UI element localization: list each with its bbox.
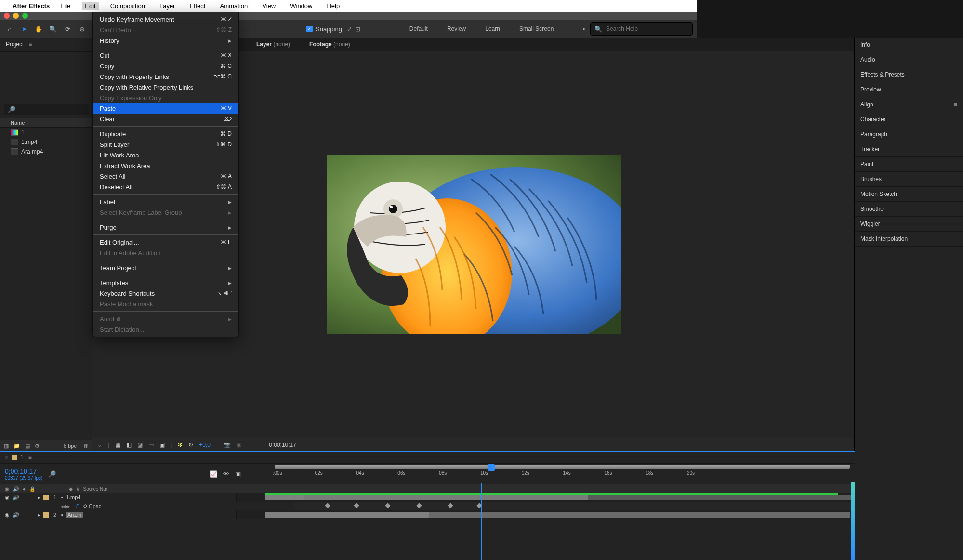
snapping-toggle[interactable]: ✓ Snapping ⤢ ⊡	[306, 26, 360, 33]
search-input[interactable]	[605, 25, 688, 33]
menu-item-label: Lift Work Area	[100, 152, 139, 159]
project-panel: Project≡ 🔎 Name 11.mp4Ara.mp4 ▥ 📁 ▤ ⚙ 8 …	[0, 38, 92, 395]
menu-composition[interactable]: Composition	[107, 2, 148, 10]
panel-menu-icon[interactable]: ≡	[28, 41, 32, 48]
edit-menu-item[interactable]: Cut⌘ X	[93, 50, 238, 61]
edit-menu-item[interactable]: Purge▸	[93, 222, 238, 233]
menu-item-label: Copy with Property Links	[100, 73, 169, 80]
comp-icon	[11, 129, 18, 136]
mac-menu-bar: After Effects FileEditCompositionLayerEf…	[0, 0, 697, 12]
edit-menu-item: Select Keyframe Label Group▸	[93, 207, 238, 218]
search-help[interactable]: 🔍	[590, 22, 693, 36]
edit-menu-item[interactable]: Clear⌦	[93, 114, 238, 124]
menu-item-label: Start Dictation...	[100, 326, 144, 333]
edit-menu-item[interactable]: Split Layer⇧⌘ D	[93, 139, 238, 150]
edit-menu-item[interactable]: Duplicate⌘ D	[93, 129, 238, 139]
edit-menu-item[interactable]: Team Project▸	[93, 262, 238, 273]
workspace-review[interactable]: Review	[447, 26, 466, 32]
menu-item-label: Team Project	[100, 264, 136, 272]
project-search[interactable]: 🔎	[4, 104, 89, 115]
menu-view[interactable]: View	[259, 2, 278, 10]
edit-menu-item[interactable]: Extract Work Area	[93, 160, 238, 171]
project-item[interactable]: Ara.mp4	[0, 147, 92, 156]
menu-help[interactable]: Help	[324, 2, 343, 10]
menu-item-label: Undo Keyframe Movement	[100, 16, 174, 23]
more-tools-icon[interactable]: ⊕	[77, 24, 87, 34]
workspace-default[interactable]: Default	[409, 26, 428, 32]
shortcut-label: ⌘ X	[221, 52, 232, 59]
menu-effect[interactable]: Effect	[186, 2, 208, 10]
project-item[interactable]: 1.mp4	[0, 137, 92, 147]
menu-file[interactable]: File	[57, 2, 73, 10]
orbit-tool-icon[interactable]: ⟳	[63, 24, 72, 34]
selection-tool-icon[interactable]: ➤	[19, 24, 29, 34]
edit-menu-item[interactable]: Edit Original...⌘ E	[93, 237, 238, 247]
menu-window[interactable]: Window	[287, 2, 315, 10]
edit-menu-item[interactable]: Copy⌘ C	[93, 61, 238, 71]
edit-menu-item[interactable]: Undo Keyframe Movement⌘ Z	[93, 14, 238, 25]
submenu-arrow-icon: ▸	[228, 209, 232, 216]
menu-item-label: Clear	[100, 116, 115, 123]
edit-menu-item: Can't Redo⇧⌘ Z	[93, 25, 238, 35]
checkmark-icon: ✓	[306, 26, 313, 32]
svg-point-6	[390, 206, 393, 208]
project-item[interactable]: 1	[0, 128, 92, 137]
edit-menu-item: Paste Mocha mask	[93, 299, 238, 309]
edit-menu-item[interactable]: Keyboard Shortcuts⌥⌘ '	[93, 288, 238, 299]
project-item-name: Ara.mp4	[21, 148, 43, 155]
edit-menu-item[interactable]: Deselect All⇧⌘ A	[93, 182, 238, 192]
edit-menu-item[interactable]: Copy with Relative Property Links	[93, 82, 238, 92]
edit-menu-item: Edit in Adobe Audition	[93, 247, 238, 258]
menu-item-label: Select Keyframe Label Group	[100, 209, 182, 216]
workspace-tabs: DefaultReviewLearnSmall Screen»	[409, 26, 586, 32]
edit-menu-item[interactable]: Copy with Property Links⌥⌘ C	[93, 71, 238, 82]
shortcut-label: ⌥⌘ C	[213, 73, 232, 80]
submenu-arrow-icon: ▸	[228, 37, 232, 44]
close-icon[interactable]	[4, 13, 10, 19]
minimize-icon[interactable]	[13, 13, 19, 19]
more-workspaces-icon[interactable]: »	[582, 26, 586, 32]
snap-opt1-icon[interactable]: ⤢	[347, 26, 352, 33]
shortcut-label: ⌘ Z	[221, 16, 232, 23]
edit-menu-item: Copy Expression Only	[93, 92, 238, 103]
comp-preview-image	[327, 155, 621, 334]
menu-item-label: Label	[100, 198, 115, 206]
zoom-tool-icon[interactable]: 🔍	[48, 24, 58, 34]
edit-menu-item[interactable]: Select All⌘ A	[93, 171, 238, 182]
home-icon[interactable]: ⌂	[5, 24, 14, 34]
footage-icon	[11, 148, 18, 155]
shortcut-label: ⌘ A	[221, 173, 232, 180]
hand-tool-icon[interactable]: ✋	[34, 24, 43, 34]
edit-menu-item[interactable]: Label▸	[93, 196, 238, 207]
workspace-learn[interactable]: Learn	[485, 26, 500, 32]
edit-menu-item[interactable]: Templates▸	[93, 277, 238, 288]
workspace-small-screen[interactable]: Small Screen	[519, 26, 554, 32]
menu-item-label: Copy with Relative Property Links	[100, 84, 193, 91]
project-panel-title[interactable]: Project≡	[0, 38, 92, 52]
menu-animation[interactable]: Animation	[217, 2, 251, 10]
zoom-icon[interactable]	[22, 13, 28, 19]
edit-menu-item: AutoFill▸	[93, 313, 238, 324]
menu-item-label: Templates	[100, 279, 128, 287]
menu-item-label: Split Layer	[100, 141, 129, 148]
menu-item-label: Purge	[100, 224, 117, 231]
tab-layer[interactable]: Layer (none)	[256, 41, 290, 48]
edit-menu: Undo Keyframe Movement⌘ ZCan't Redo⇧⌘ ZH…	[92, 12, 239, 337]
edit-menu-item[interactable]: Paste⌘ V	[93, 103, 238, 114]
project-column-header[interactable]: Name	[0, 118, 92, 128]
tab-footage[interactable]: Footage (none)	[309, 41, 350, 48]
edit-menu-item[interactable]: History▸	[93, 35, 238, 46]
menu-edit[interactable]: Edit	[82, 2, 98, 10]
snap-opt2-icon[interactable]: ⊡	[355, 26, 360, 33]
shortcut-label: ⇧⌘ D	[215, 141, 232, 148]
submenu-arrow-icon: ▸	[228, 279, 232, 287]
submenu-arrow-icon: ▸	[228, 264, 232, 272]
menu-item-label: Duplicate	[100, 130, 126, 138]
edit-menu-item[interactable]: Lift Work Area	[93, 150, 238, 160]
menu-item-label: Deselect All	[100, 183, 132, 191]
snapping-label: Snapping	[316, 26, 342, 33]
menu-layer[interactable]: Layer	[157, 2, 178, 10]
search-icon: 🔎	[8, 106, 15, 113]
app-name[interactable]: After Effects	[13, 2, 50, 10]
menu-item-label: Cut	[100, 52, 109, 59]
